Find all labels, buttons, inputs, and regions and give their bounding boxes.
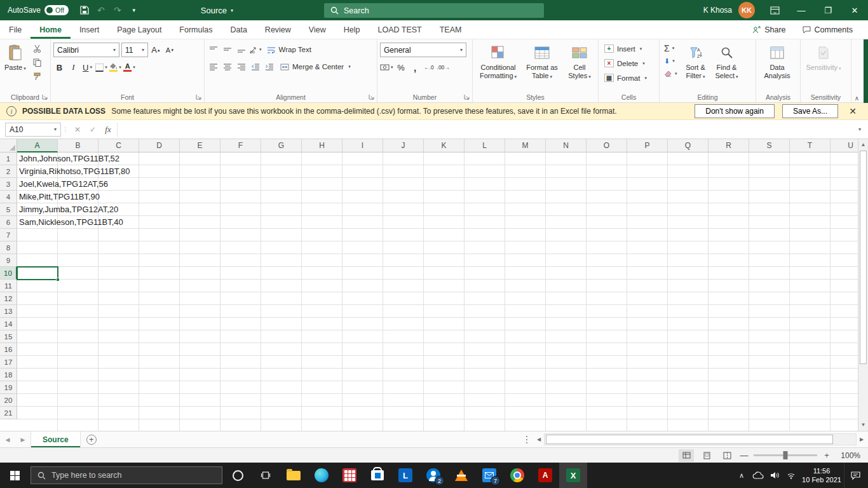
qat-customize-button[interactable]: ▾	[126, 2, 142, 18]
mail-app-icon[interactable]: 7	[475, 463, 503, 488]
copy-button[interactable]	[30, 56, 45, 69]
normal-view-button[interactable]	[679, 449, 694, 462]
paste-button[interactable]: Paste▾	[3, 42, 28, 92]
linkedin-app-icon[interactable]: L	[391, 463, 419, 488]
align-center-button[interactable]	[221, 60, 233, 74]
fill-color-button[interactable]: ▾	[109, 60, 121, 74]
save-as-button[interactable]: Save As...	[782, 104, 838, 118]
row-header-14[interactable]: 14	[0, 318, 17, 330]
clear-button[interactable]: ▾	[662, 67, 679, 80]
row-header-12[interactable]: 12	[0, 292, 17, 305]
sheet-nav-prev[interactable]: ◀	[0, 431, 15, 447]
font-color-button[interactable]: A▾	[123, 60, 135, 74]
autosum-button[interactable]: Σ▾	[662, 42, 679, 55]
find-select-button[interactable]: Find & Select▾	[712, 42, 742, 92]
font-dialog-launcher[interactable]	[196, 94, 201, 100]
redo-button[interactable]: ↷	[109, 2, 126, 18]
cortana-button[interactable]	[224, 463, 252, 488]
comma-style-button[interactable]: ,	[409, 60, 421, 74]
align-right-button[interactable]	[235, 60, 247, 74]
fill-button[interactable]: ⬇▾	[662, 55, 679, 67]
microsoft-store-icon[interactable]	[363, 463, 391, 488]
format-cells-button[interactable]: ▦Format▾	[601, 71, 650, 85]
accounting-format-button[interactable]: ▾	[380, 60, 393, 74]
ribbon-tab-insert[interactable]: Insert	[71, 20, 108, 39]
chat-app-icon[interactable]: 2	[419, 463, 447, 488]
new-sheet-button[interactable]: +	[81, 431, 102, 447]
close-button[interactable]: ✕	[841, 0, 868, 20]
vertical-scroll-thumb[interactable]	[860, 151, 867, 364]
cut-button[interactable]	[30, 42, 45, 55]
scroll-up-arrow[interactable]: ▲	[858, 140, 868, 150]
number-format-select[interactable]: General▾	[380, 43, 466, 57]
undo-button[interactable]: ↶	[93, 2, 109, 18]
column-header-N[interactable]: N	[546, 139, 587, 152]
page-break-view-button[interactable]	[719, 449, 735, 462]
horizontal-scroll-track[interactable]	[544, 433, 857, 445]
data-analysis-button[interactable]: Data Analysis	[759, 42, 796, 92]
orientation-button[interactable]: ab▾	[249, 43, 262, 57]
horizontal-scrollbar[interactable]: ◀ ▶	[534, 433, 867, 445]
row-header-19[interactable]: 19	[0, 381, 17, 394]
action-center-icon[interactable]	[844, 463, 867, 488]
row-header-11[interactable]: 11	[0, 280, 17, 292]
column-header-L[interactable]: L	[465, 139, 505, 152]
column-header-E[interactable]: E	[180, 139, 220, 152]
row-header-3[interactable]: 3	[0, 178, 17, 191]
comments-button[interactable]: Comments	[796, 24, 859, 36]
merge-center-button[interactable]: Merge & Center▾	[277, 60, 354, 74]
conditional-formatting-button[interactable]: Conditional Formatting▾	[475, 42, 521, 92]
wrap-text-button[interactable]: Wrap Text	[264, 43, 315, 57]
row-header-5[interactable]: 5	[0, 203, 17, 216]
formula-input[interactable]	[117, 123, 851, 137]
row-header-13[interactable]: 13	[0, 305, 17, 318]
column-header-P[interactable]: P	[627, 139, 668, 152]
start-button[interactable]	[0, 463, 29, 488]
maximize-button[interactable]: ❐	[815, 0, 841, 20]
taskbar-search-box[interactable]: Type here to search	[31, 466, 222, 484]
autosave-switch[interactable]: Off	[44, 5, 69, 15]
dont-show-again-button[interactable]: Don't show again	[695, 104, 775, 118]
align-left-button[interactable]	[207, 60, 219, 74]
warning-close-icon[interactable]: ✕	[844, 106, 862, 116]
excel-taskbar-icon[interactable]: X	[559, 463, 587, 488]
ribbon-tab-home[interactable]: Home	[31, 20, 71, 39]
decrease-decimal-button[interactable]: .00→	[437, 60, 450, 74]
file-explorer-icon[interactable]	[280, 463, 308, 488]
borders-button[interactable]: ▾	[95, 60, 107, 74]
column-header-I[interactable]: I	[342, 139, 383, 152]
ribbon-tab-file[interactable]: File	[0, 20, 31, 39]
column-header-R[interactable]: R	[709, 139, 749, 152]
scrollbar-resize-handle[interactable]	[526, 435, 529, 444]
insert-cells-button[interactable]: +Insert▾	[601, 42, 650, 55]
zoom-level[interactable]: 100%	[836, 451, 860, 460]
sheet-tab-source[interactable]: Source	[31, 431, 81, 447]
percent-style-button[interactable]: %	[395, 60, 407, 74]
column-header-M[interactable]: M	[505, 139, 546, 152]
chrome-browser-icon[interactable]	[503, 463, 531, 488]
share-button[interactable]: Share	[746, 24, 792, 36]
row-header-17[interactable]: 17	[0, 356, 17, 369]
column-header-A[interactable]: A	[17, 139, 58, 152]
row-header-16[interactable]: 16	[0, 343, 17, 356]
row-header-9[interactable]: 9	[0, 254, 17, 267]
document-title[interactable]: Source▾	[201, 6, 233, 15]
cell-styles-button[interactable]: Cell Styles▾	[563, 42, 596, 92]
fill-handle[interactable]	[56, 278, 60, 281]
column-header-O[interactable]: O	[587, 139, 627, 152]
column-header-U[interactable]: U	[831, 139, 858, 152]
decrease-font-size-button[interactable]: A▼	[164, 43, 176, 57]
name-box[interactable]: A10▾	[5, 123, 61, 137]
vlc-player-icon[interactable]	[447, 463, 475, 488]
sort-filter-button[interactable]: AZ Sort & Filter▾	[681, 42, 710, 92]
column-header-F[interactable]: F	[220, 139, 261, 152]
collapse-ribbon-button[interactable]: ∧	[855, 95, 859, 102]
acrobat-reader-icon[interactable]: A	[531, 463, 559, 488]
ribbon-tab-team[interactable]: TEAM	[431, 20, 471, 39]
column-header-G[interactable]: G	[261, 139, 302, 152]
row-header-15[interactable]: 15	[0, 330, 17, 343]
row-header-2[interactable]: 2	[0, 165, 17, 178]
row-header-1[interactable]: 1	[0, 152, 17, 165]
ribbon-tab-view[interactable]: View	[300, 20, 335, 39]
sheet-nav-next[interactable]: ▶	[15, 431, 31, 447]
